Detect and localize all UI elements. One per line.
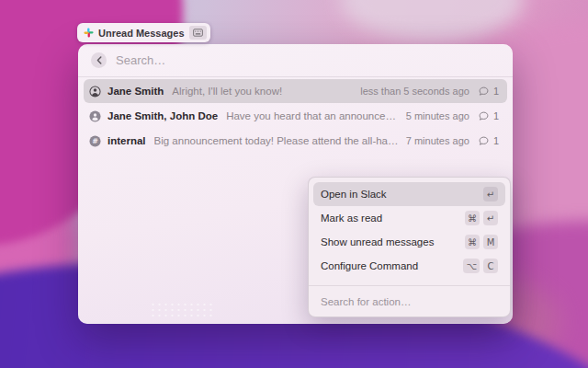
- key-option: ⌥: [463, 259, 480, 273]
- shortcut-keys: ↵: [483, 187, 498, 201]
- back-button[interactable]: [91, 52, 107, 68]
- launcher-window: Jane Smith Alright, I'll let you know! l…: [78, 44, 513, 324]
- action-label: Open in Slack: [321, 189, 387, 200]
- action-label: Configure Command: [321, 260, 418, 271]
- message-title: Jane Smith: [107, 86, 164, 97]
- key-m: M: [483, 235, 498, 249]
- search-input[interactable]: [116, 53, 500, 67]
- message-row-internal[interactable]: # internal Big announcement today! Pleas…: [84, 129, 507, 153]
- unread-count: 1: [493, 135, 499, 146]
- action-search-bar: [309, 285, 510, 316]
- chevron-left-icon: [96, 56, 102, 64]
- action-item-mark-as-read[interactable]: Mark as read ⌘ ↵: [313, 206, 505, 230]
- key-command: ⌘: [465, 211, 480, 225]
- message-row-jane-smith-john-doe[interactable]: Jane Smith, John Doe Have you heard that…: [84, 104, 507, 128]
- action-panel: Open in Slack ↵ Mark as read ⌘ ↵ Show un…: [308, 177, 511, 317]
- speech-bubble-icon: [479, 86, 489, 97]
- action-label: Mark as read: [321, 213, 382, 224]
- action-item-configure-command[interactable]: Configure Command ⌥ C: [313, 254, 505, 278]
- action-label: Show unread messages: [321, 236, 434, 247]
- slack-icon: [84, 28, 94, 38]
- shortcut-keys: ⌥ C: [463, 259, 498, 273]
- message-preview: Have you heard that an announcement is c…: [226, 110, 400, 121]
- message-meta: 7 minutes ago 1: [406, 135, 499, 146]
- message-meta: less than 5 seconds ago 1: [360, 86, 499, 97]
- message-meta: 5 minutes ago 1: [406, 110, 499, 121]
- message-row-jane-smith[interactable]: Jane Smith Alright, I'll let you know! l…: [84, 79, 507, 103]
- person-filled-circle-icon: [89, 110, 101, 122]
- message-time: 5 minutes ago: [406, 110, 469, 121]
- unread-count: 1: [493, 110, 499, 121]
- message-preview: Alright, I'll let you know!: [172, 86, 282, 97]
- speech-bubble-icon: [479, 111, 489, 121]
- message-title: Jane Smith, John Doe: [107, 110, 218, 121]
- message-list: Jane Smith Alright, I'll let you know! l…: [78, 77, 513, 153]
- key-return: ↵: [483, 187, 498, 201]
- message-time: less than 5 seconds ago: [360, 86, 469, 97]
- search-bar: [78, 44, 513, 77]
- keyboard-icon: [189, 26, 207, 40]
- shortcut-keys: ⌘ M: [465, 235, 498, 249]
- svg-text:#: #: [92, 137, 98, 145]
- desktop-wallpaper: Unread Messages: [0, 0, 588, 368]
- person-circle-icon: [89, 86, 101, 98]
- wallpaper-shape: [340, 0, 524, 41]
- raycast-watermark-dots: [150, 302, 212, 318]
- action-search-input[interactable]: [321, 296, 498, 307]
- speech-bubble-icon: [479, 136, 489, 146]
- message-time: 7 minutes ago: [406, 135, 469, 146]
- action-item-open-in-slack[interactable]: Open in Slack ↵: [313, 182, 505, 206]
- action-item-show-unread-messages[interactable]: Show unread messages ⌘ M: [313, 230, 505, 254]
- key-c: C: [483, 259, 498, 273]
- shortcut-keys: ⌘ ↵: [465, 211, 498, 225]
- key-command: ⌘: [465, 235, 480, 249]
- hotkey-pill-label: Unread Messages: [98, 28, 185, 39]
- message-preview: Big announcement today! Please attend th…: [154, 135, 400, 146]
- hash-circle-icon: #: [89, 135, 101, 147]
- unread-count: 1: [493, 86, 499, 97]
- hotkey-pill[interactable]: Unread Messages: [77, 23, 210, 42]
- message-title: internal: [107, 135, 146, 146]
- key-return: ↵: [483, 211, 498, 225]
